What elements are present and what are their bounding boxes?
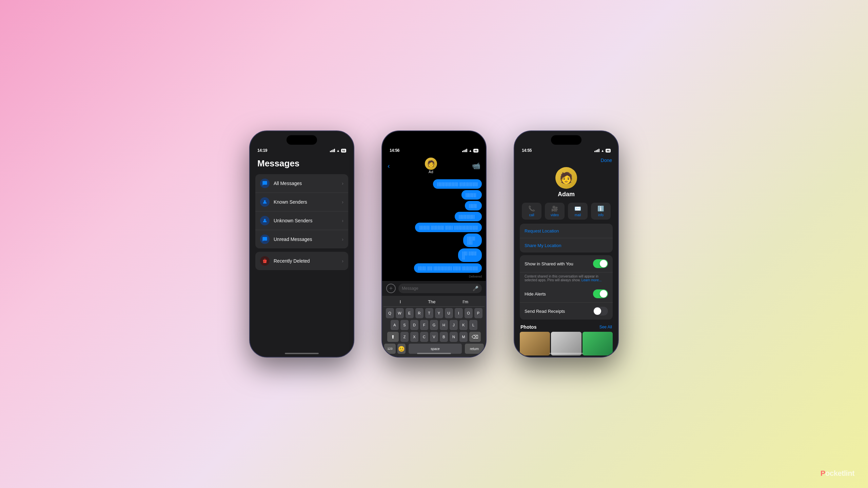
keyboard-mic-icon[interactable]: 🎤 (472, 355, 480, 357)
photo-thumb-2[interactable] (551, 332, 581, 355)
wifi-icon-2: ▲ (469, 149, 472, 152)
call-button[interactable]: 📞 call (522, 203, 541, 220)
wifi-icon-1: ▲ (336, 149, 340, 152)
key-b[interactable]: B (440, 332, 448, 342)
suggestion-1[interactable]: I (400, 299, 401, 304)
contact-avatar-large: 🧑 (555, 167, 577, 189)
message-input-area: + Message 🎤 (382, 281, 486, 296)
key-z[interactable]: Z (400, 332, 409, 342)
key-f[interactable]: F (420, 320, 428, 330)
share-location-row[interactable]: Share My Location (520, 238, 613, 252)
unread-messages-item[interactable]: Unread Messages › (255, 230, 348, 248)
back-button[interactable]: ‹ (388, 162, 390, 170)
unknown-senders-chevron: › (342, 218, 343, 223)
show-shared-toggle[interactable] (593, 259, 608, 268)
key-t[interactable]: T (425, 308, 433, 318)
key-r[interactable]: R (415, 308, 423, 318)
key-d[interactable]: D (410, 320, 418, 330)
key-u[interactable]: U (445, 308, 453, 318)
recently-deleted-item[interactable]: Recently Deleted › (255, 252, 348, 270)
info-button[interactable]: ℹ️ info (591, 203, 611, 220)
key-p[interactable]: P (474, 308, 482, 318)
see-all-button[interactable]: See All (599, 325, 612, 329)
chat-messages: ░░░░░░░░ ░░░░░░░ ░░░░ ░░░ ░░░░░░ ░░░░ ░░… (382, 177, 486, 281)
known-senders-item[interactable]: Known Senders › (255, 193, 348, 211)
message-bubble-5: ░░░░ ░░░░░ ░░░ ░░░░░░░░░ (415, 223, 482, 232)
key-y[interactable]: Y (435, 308, 443, 318)
key-q[interactable]: Q (386, 308, 394, 318)
suggestion-3[interactable]: I'm (462, 299, 468, 304)
unknown-senders-icon (260, 216, 270, 225)
contact-center[interactable]: 🧑 Ad (425, 158, 437, 174)
photos-section: Photos See All (520, 322, 613, 355)
wifi-icon-3: ▲ (601, 149, 604, 152)
video-button[interactable]: 🎥 video (545, 203, 565, 220)
share-location-label: Share My Location (525, 243, 561, 248)
suggestion-2[interactable]: The (428, 299, 435, 304)
voice-input-icon[interactable]: 🎤 (473, 286, 478, 291)
video-call-button[interactable]: 📹 (472, 162, 480, 170)
send-receipts-row[interactable]: Send Read Receipts (520, 303, 613, 320)
key-space[interactable]: space (409, 344, 462, 354)
home-indicator-3 (549, 353, 583, 354)
key-g[interactable]: G (430, 320, 438, 330)
photos-title: Photos (520, 324, 536, 330)
key-h[interactable]: H (440, 320, 448, 330)
mail-button[interactable]: ✉️ mail (568, 203, 588, 220)
phone-2: 14:56 ▲ 46 ‹ 🧑 Ad 📹 ░░░░░░░░ ░░░░░░░ (381, 130, 487, 358)
contact-avatar-small: 🧑 (425, 158, 437, 170)
key-k[interactable]: K (459, 320, 468, 330)
hide-alerts-row[interactable]: Hide Alerts (520, 285, 613, 303)
key-shift[interactable]: ⬆ (387, 332, 399, 342)
messages-title: Messages (250, 156, 354, 174)
recently-deleted-label: Recently Deleted (274, 258, 342, 264)
trash-icon (260, 256, 270, 266)
key-emoji[interactable]: 😊 (397, 344, 406, 354)
message-input[interactable]: Message 🎤 (398, 284, 482, 293)
send-receipts-toggle[interactable] (593, 307, 608, 316)
key-i[interactable]: I (455, 308, 463, 318)
photo-thumb-3[interactable] (583, 332, 613, 355)
messages-group-main: All Messages › Known Senders › Unknown S… (255, 174, 348, 248)
contact-name-small: Ad (429, 170, 433, 174)
key-e[interactable]: E (406, 308, 414, 318)
key-o[interactable]: O (465, 308, 473, 318)
show-shared-row[interactable]: Show in Shared with You (520, 255, 613, 272)
info-icon: ℹ️ (597, 205, 604, 212)
photo-thumb-1[interactable] (520, 332, 550, 355)
key-delete[interactable]: ⌫ (469, 332, 481, 342)
call-label: call (529, 213, 534, 217)
key-c[interactable]: C (420, 332, 428, 342)
key-v[interactable]: V (430, 332, 438, 342)
phone-1: 14:19 ▲ 52 Messages All Message (249, 130, 354, 358)
watermark: Pocketlint (821, 469, 854, 478)
hide-alerts-toggle[interactable] (593, 289, 608, 298)
done-button[interactable]: Done (601, 158, 612, 163)
key-return[interactable]: return (465, 344, 484, 354)
time-3: 14:55 (522, 148, 532, 153)
learn-more-link[interactable]: Learn more... (581, 278, 601, 282)
keyboard-row-1: Q W E R T Y U I O P (383, 308, 485, 318)
key-n[interactable]: N (450, 332, 458, 342)
phone-1-screen: 14:19 ▲ 52 Messages All Message (250, 131, 354, 357)
key-w[interactable]: W (396, 308, 404, 318)
contact-actions: 📞 call 🎥 video ✉️ mail ℹ️ info (514, 203, 618, 224)
video-icon: 🎥 (551, 205, 558, 212)
request-location-row[interactable]: Request Location (520, 224, 613, 238)
key-l[interactable]: L (469, 320, 477, 330)
message-bubble-6: ░░░░░ (463, 233, 482, 247)
message-bubble-3: ░░░ (465, 201, 482, 210)
add-attachment-button[interactable]: + (386, 284, 396, 293)
key-x[interactable]: X (410, 332, 418, 342)
unknown-senders-item[interactable]: Unknown Senders › (255, 211, 348, 230)
key-j[interactable]: J (450, 320, 458, 330)
known-senders-icon (260, 197, 270, 207)
key-123[interactable]: 123 (384, 344, 396, 354)
globe-icon[interactable]: 🌐 (388, 355, 396, 357)
key-m[interactable]: M (459, 332, 468, 342)
video-label: video (551, 213, 559, 217)
key-a[interactable]: A (391, 320, 399, 330)
key-s[interactable]: S (400, 320, 409, 330)
all-messages-item[interactable]: All Messages › (255, 174, 348, 193)
known-senders-label: Known Senders (274, 199, 342, 205)
